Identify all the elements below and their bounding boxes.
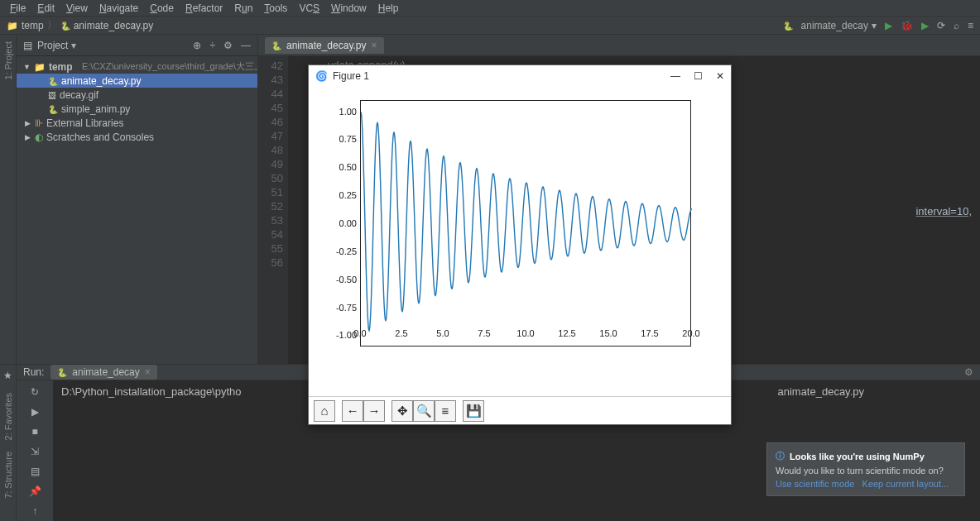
tree-ext-lib-label: External Libraries xyxy=(46,117,123,129)
notification-link-keep[interactable]: Keep current layout... xyxy=(862,479,949,489)
editor-gutter: 424344454647484950515253545556 xyxy=(258,56,288,364)
console-text: D:\Python_installation_package\pytho xyxy=(61,385,242,398)
python-icon xyxy=(783,20,793,31)
configure-icon[interactable]: ≡ xyxy=(435,400,456,422)
back-icon[interactable]: ← xyxy=(342,400,363,422)
menu-help[interactable]: Help xyxy=(373,1,404,16)
figure-window: 🌀 Figure 1 — ☐ ✕ -1.00-0.75-0.50-0.250.0… xyxy=(308,65,732,425)
forward-icon[interactable]: → xyxy=(363,400,385,422)
code-line: interval=10, xyxy=(915,205,972,217)
menu-bar: File Edit View Navigate Code Refactor Ru… xyxy=(0,0,980,17)
gear-icon[interactable]: ⚙ xyxy=(964,366,973,378)
stop-icon[interactable]: ■ xyxy=(28,425,41,438)
tab-favorites[interactable]: 2: Favorites xyxy=(3,393,13,440)
project-tree: ▼ temp E:\CXZ\university_course\third_gr… xyxy=(17,56,257,364)
tree-file-label: animate_decay.py xyxy=(61,75,142,87)
navigation-bar: temp 〉 animate_decay.py animate_decay ▶ … xyxy=(0,17,980,35)
pin-icon[interactable]: 📌 xyxy=(28,485,41,498)
tree-root[interactable]: ▼ temp E:\CXZ\university_course\third_gr… xyxy=(17,60,257,74)
matplotlib-icon: 🌀 xyxy=(315,70,328,82)
rerun-icon[interactable]: ↻ xyxy=(28,385,41,399)
collapse-icon[interactable]: ÷ xyxy=(209,40,215,51)
tree-scratches[interactable]: ▶◐ Scratches and Consoles xyxy=(17,130,257,144)
tab-project[interactable]: 1: Project xyxy=(3,41,13,79)
debug-icon[interactable]: 🐞 xyxy=(901,20,913,31)
editor-tab[interactable]: animate_decay.py × xyxy=(265,37,384,54)
info-icon: ⓘ xyxy=(776,450,785,462)
run-icon[interactable]: ▶ xyxy=(885,20,892,31)
tree-file-label: decay.gif xyxy=(60,89,98,101)
zoom-icon[interactable]: 🔍 xyxy=(413,400,435,422)
run-action-toolbar: ↻ ▶ ■ ⇲ ▤ 📌 ↑ ↓ ⏎ 🖶 xyxy=(17,380,53,521)
tree-ext-lib[interactable]: ▶⊪ External Libraries xyxy=(17,116,257,130)
locate-icon[interactable]: ⊕ xyxy=(193,40,201,51)
menu-tools[interactable]: Tools xyxy=(259,1,292,16)
tab-structure[interactable]: 7: Structure xyxy=(3,452,13,499)
python-icon xyxy=(271,40,281,51)
editor-tab-label: animate_decay.py xyxy=(286,40,367,51)
close-icon[interactable]: × xyxy=(372,40,377,51)
tree-root-label: temp xyxy=(49,61,73,73)
menu-navigate[interactable]: Navigate xyxy=(94,1,143,16)
plot-canvas[interactable]: -1.00-0.75-0.50-0.250.000.250.500.751.00… xyxy=(309,87,731,396)
tree-root-path: E:\CXZ\university_course\third_grade\大三上… xyxy=(82,60,257,73)
menu-code[interactable]: Code xyxy=(145,1,179,16)
run-icon[interactable]: ▶ xyxy=(28,405,41,418)
exit-icon[interactable]: ⇲ xyxy=(28,445,41,458)
minimize-icon[interactable]: — xyxy=(670,70,680,82)
numpy-notification: ⓘ Looks like you're using NumPy Would yo… xyxy=(766,442,965,496)
gear-icon[interactable]: ⚙ xyxy=(223,40,233,51)
run-config-selector[interactable]: animate_decay xyxy=(801,20,877,31)
run-label: Run: xyxy=(23,366,44,378)
notification-title: Looks like you're using NumPy xyxy=(790,452,925,461)
project-view-icon: ▤ xyxy=(23,40,32,51)
python-icon xyxy=(57,366,67,378)
run-tab-label: animate_decay xyxy=(72,366,139,378)
figure-title: Figure 1 xyxy=(333,70,369,82)
project-tool-window: ▤ Project ⊕ ÷ ⚙ — ▼ temp E:\CXZ\universi… xyxy=(17,35,258,364)
python-icon xyxy=(60,20,70,31)
console-text: animate_decay.py xyxy=(777,385,864,398)
search-icon[interactable]: ⌕ xyxy=(954,20,959,31)
settings-icon[interactable]: ≡ xyxy=(968,20,973,31)
tree-file-label: simple_anim.py xyxy=(61,103,130,115)
hide-icon[interactable]: — xyxy=(241,40,251,51)
menu-vcs[interactable]: VCS xyxy=(294,1,324,16)
maximize-icon[interactable]: ☐ xyxy=(694,70,703,82)
run-tab[interactable]: animate_decay × xyxy=(50,365,156,380)
pan-icon[interactable]: ✥ xyxy=(392,400,413,422)
left-tool-strip-bottom: ★ 2: Favorites 7: Structure xyxy=(0,365,17,521)
menu-run[interactable]: Run xyxy=(229,1,257,16)
menu-file[interactable]: File xyxy=(5,1,31,16)
tree-file-1[interactable]: decay.gif xyxy=(17,88,257,102)
save-icon[interactable]: 💾 xyxy=(463,400,484,422)
menu-edit[interactable]: Edit xyxy=(32,1,60,16)
notification-link-scientific[interactable]: Use scientific mode xyxy=(776,479,854,489)
menu-refactor[interactable]: Refactor xyxy=(180,1,228,16)
tree-scratches-label: Scratches and Consoles xyxy=(46,131,154,143)
coverage-icon[interactable]: ▶ xyxy=(921,20,929,31)
breadcrumb-root[interactable]: temp xyxy=(22,20,44,31)
breadcrumb-file[interactable]: animate_decay.py xyxy=(74,20,154,31)
layout-icon[interactable]: ▤ xyxy=(28,465,41,478)
tree-file-2[interactable]: simple_anim.py xyxy=(17,102,257,116)
up-icon[interactable]: ↑ xyxy=(28,504,41,518)
figure-toolbar: ⌂ ← → ✥ 🔍 ≡ 💾 xyxy=(309,396,731,424)
left-tool-strip: 1: Project xyxy=(0,35,17,364)
close-icon[interactable]: × xyxy=(145,366,151,378)
project-view-selector[interactable]: Project xyxy=(37,40,76,51)
notification-body: Would you like to turn scientific mode o… xyxy=(776,466,956,476)
axes-box xyxy=(360,100,691,347)
menu-view[interactable]: View xyxy=(61,1,93,16)
home-icon[interactable]: ⌂ xyxy=(314,400,335,422)
profile-icon[interactable]: ⟳ xyxy=(937,20,945,31)
tree-file-0[interactable]: animate_decay.py xyxy=(17,74,257,88)
close-icon[interactable]: ✕ xyxy=(716,70,724,82)
menu-window[interactable]: Window xyxy=(326,1,372,16)
breadcrumb-sep: 〉 xyxy=(47,18,57,32)
folder-icon xyxy=(7,20,18,31)
